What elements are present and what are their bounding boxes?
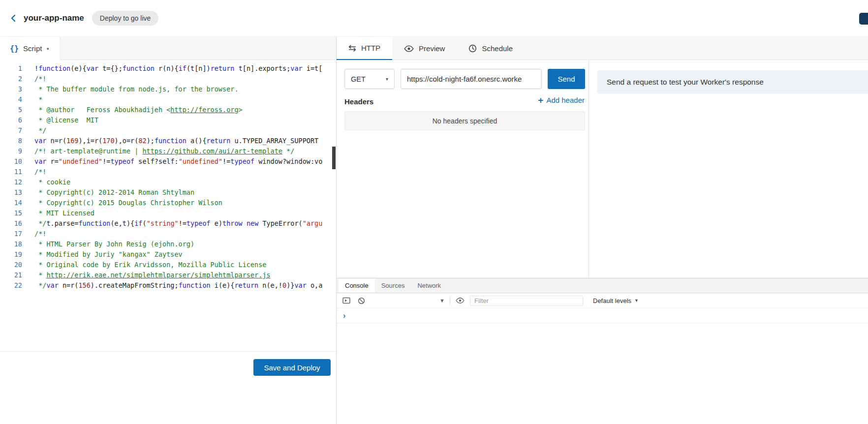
code-line: 5 * @author Feross Aboukhadijeh <http://…	[0, 105, 336, 115]
request-panel: GET ▾ Send Headers + Add header No heade…	[337, 60, 589, 278]
code-line: 14 * Copyright(c) 2015 Douglas Christoph…	[0, 198, 336, 208]
line-number: 20	[0, 260, 22, 270]
line-number: 22	[0, 280, 22, 291]
chevron-down-icon: ▼	[439, 298, 445, 303]
code-line: 3 * The buffer module from node.js, for …	[0, 84, 336, 94]
line-number: 21	[0, 270, 22, 280]
line-number: 19	[0, 249, 22, 260]
line-number: 4	[0, 94, 22, 105]
eye-icon	[404, 45, 414, 52]
back-button[interactable]	[7, 11, 21, 25]
page-title: your-app-name	[24, 13, 84, 23]
line-number: 12	[0, 177, 22, 187]
code-line: 13 * Copyright(c) 2012-2014 Roman Shtylm…	[0, 187, 336, 198]
line-number: 16	[0, 218, 22, 229]
method-value: GET	[351, 75, 366, 83]
add-header-button[interactable]: + Add header	[538, 95, 585, 105]
line-number: 5	[0, 105, 22, 115]
tab-console[interactable]: Console	[339, 278, 375, 293]
devtools-panel: Console Sources Network ▼ Default levels…	[337, 278, 868, 424]
levels-label: Default levels	[593, 297, 631, 304]
code-editor[interactable]: 1!function(e){var t={};function r(n){if(…	[0, 60, 336, 351]
code-line: 20 * Original code by Erik Arvidsson, Mo…	[0, 260, 336, 270]
javascript-context-dropdown[interactable]: ▼	[371, 295, 445, 306]
script-tab-label: Script	[23, 44, 42, 53]
code-line: 6 * @license MIT	[0, 115, 336, 125]
tab-http[interactable]: ⇆ HTTP	[337, 37, 392, 60]
code-line: 10var r="undefined"!=typeof self?self:"u…	[0, 156, 336, 167]
devtools-tabstrip: Console Sources Network	[337, 278, 868, 293]
chevron-left-icon	[9, 14, 18, 23]
app-header: your-app-name Deploy to go live	[0, 0, 868, 37]
tab-preview[interactable]: Preview	[392, 37, 457, 60]
schedule-tab-label: Schedule	[482, 44, 513, 53]
editor-scrollbar-thumb[interactable]	[332, 147, 336, 169]
code-line: 16 */t.parse=function(e,t){if("string"!=…	[0, 218, 336, 229]
request-response-divider	[589, 60, 589, 278]
log-levels-dropdown[interactable]: Default levels ▼	[593, 297, 639, 304]
line-number: 11	[0, 167, 22, 177]
code-line: 12 * cookie	[0, 177, 336, 187]
account-avatar[interactable]	[859, 13, 868, 25]
line-number: 6	[0, 115, 22, 125]
console-filter-input[interactable]	[470, 296, 583, 306]
line-number: 13	[0, 187, 22, 198]
add-header-label: Add header	[546, 96, 585, 104]
preview-tab-label: Preview	[419, 44, 445, 53]
tab-schedule[interactable]: Schedule	[457, 37, 525, 60]
live-expression-eye-icon[interactable]	[455, 296, 465, 305]
code-line: 19 * Modified by Juriy "kangax" Zaytsev	[0, 249, 336, 260]
line-number: 9	[0, 146, 22, 156]
plus-icon: +	[538, 95, 543, 105]
code-line: 1!function(e){var t={};function r(n){if(…	[0, 63, 336, 74]
console-prompt-icon: ›	[343, 312, 345, 320]
unsaved-dot-icon: ●	[46, 46, 49, 51]
line-number: 1	[0, 63, 22, 74]
line-number: 2	[0, 74, 22, 84]
code-line: 11/*!	[0, 167, 336, 177]
send-button[interactable]: Send	[548, 69, 585, 89]
code-line: 18 * HTML Parser By John Resig (ejohn.or…	[0, 239, 336, 249]
deploy-status-badge: Deploy to go live	[92, 11, 159, 26]
console-sidebar-icon[interactable]	[341, 296, 351, 305]
method-select[interactable]: GET ▾	[344, 69, 395, 89]
swap-arrows-icon: ⇆	[348, 43, 356, 53]
workers-editor-screen: your-app-name Deploy to go live {} Scrip…	[0, 0, 868, 424]
tab-script[interactable]: {} Script ●	[0, 37, 61, 60]
http-tab-label: HTTP	[361, 44, 380, 52]
code-line: 8var n=r(169),i=r(170),o=r(82);function …	[0, 136, 336, 146]
line-number: 8	[0, 136, 22, 146]
clear-console-icon[interactable]	[356, 296, 366, 305]
tab-sources[interactable]: Sources	[375, 278, 411, 293]
braces-icon: {}	[10, 44, 19, 53]
code-line: 9/*! art-template@runtime | https://gith…	[0, 146, 336, 156]
code-lines: 1!function(e){var t={};function r(n){if(…	[0, 60, 336, 291]
line-number: 7	[0, 125, 22, 136]
console-toolbar: ▼ Default levels ▼	[337, 293, 868, 308]
code-line: 22 */var n=r(156).createMapFromString;fu…	[0, 280, 336, 291]
response-panel: Send a request to test your Worker's res…	[589, 60, 868, 278]
editor-footer: Save and Deploy	[0, 351, 336, 424]
line-number: 15	[0, 208, 22, 218]
save-and-deploy-button[interactable]: Save and Deploy	[253, 359, 331, 376]
toolbar-separator	[450, 296, 450, 305]
chevron-down-icon: ▼	[634, 298, 639, 303]
code-line: 21 * http://erik.eae.net/simplehtmlparse…	[0, 270, 336, 280]
code-line: 15 * MIT Licensed	[0, 208, 336, 218]
clock-icon	[468, 44, 477, 53]
editor-tabstrip: {} Script ●	[0, 37, 336, 60]
panel-divider	[336, 37, 337, 424]
response-placeholder: Send a request to test your Worker's res…	[597, 70, 868, 93]
url-input[interactable]	[401, 69, 542, 89]
code-line: 7 */	[0, 125, 336, 136]
headers-label: Headers	[344, 97, 373, 106]
line-number: 3	[0, 84, 22, 94]
code-line: 2/*!	[0, 74, 336, 84]
chevron-down-icon: ▾	[386, 76, 388, 82]
console-input-row[interactable]: ›	[337, 308, 868, 323]
request-tabstrip: ⇆ HTTP Preview Schedule	[337, 37, 868, 60]
tab-network[interactable]: Network	[411, 278, 447, 293]
line-number: 10	[0, 156, 22, 167]
no-headers-box: No headers specified	[344, 111, 585, 130]
line-number: 17	[0, 229, 22, 239]
